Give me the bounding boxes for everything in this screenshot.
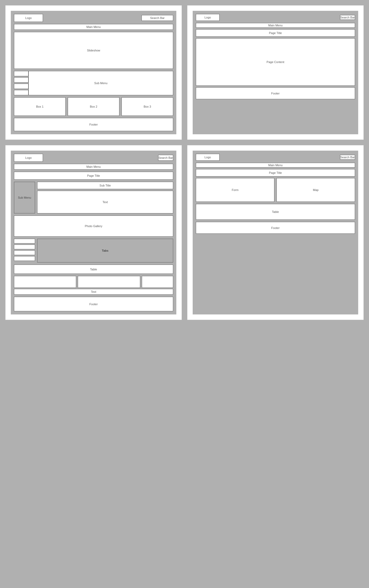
box1: Box 1 <box>14 97 66 116</box>
logo: Logo <box>196 14 220 21</box>
footer: Footer <box>14 118 173 131</box>
submenu-item-3[interactable] <box>14 84 28 89</box>
form[interactable]: Form <box>196 178 274 202</box>
photo-gallery: Photo Gallery <box>14 216 173 237</box>
main-menu[interactable]: Main Menu <box>14 24 173 30</box>
image-box-1 <box>14 276 76 288</box>
page-title: Page Title <box>196 29 355 37</box>
tabs-content: Tabs <box>37 239 173 262</box>
sub-menu: Sub Menu <box>28 71 173 95</box>
page-title: Page Title <box>14 172 173 180</box>
image-box-2 <box>78 276 140 288</box>
page-title: Page Title <box>196 169 355 176</box>
main-menu[interactable]: Main Menu <box>196 163 355 168</box>
image-box-3 <box>142 276 173 288</box>
search-bar[interactable]: Search Bar <box>158 155 173 161</box>
search-bar[interactable]: Search Bar <box>340 155 355 160</box>
submenu-item-4[interactable] <box>14 90 28 95</box>
search-bar[interactable]: Search Bar <box>142 15 173 21</box>
table: Table <box>196 204 355 220</box>
box3: Box 3 <box>122 97 173 116</box>
logo: Logo <box>14 14 43 22</box>
tab-item-1[interactable] <box>14 239 35 243</box>
main-menu[interactable]: Main Menu <box>196 23 355 28</box>
box2: Box 2 <box>68 97 119 116</box>
slideshow: Slideshow <box>14 32 173 69</box>
search-bar[interactable]: Search Bar <box>340 15 355 20</box>
submenu-item-2[interactable] <box>14 77 28 83</box>
submenu-item-1[interactable] <box>14 71 28 76</box>
tab-item-2[interactable] <box>14 245 35 249</box>
page-content: Page Content <box>196 38 355 86</box>
logo: Logo <box>14 154 43 162</box>
text-below-images: Text <box>14 289 173 295</box>
footer: Footer <box>196 222 355 234</box>
tab-item-4[interactable] <box>14 256 35 261</box>
sub-title: Sub Title <box>37 182 173 189</box>
table: Table <box>14 265 173 274</box>
text-area: Text <box>37 191 173 213</box>
footer: Footer <box>196 87 355 99</box>
main-menu[interactable]: Main Menu <box>14 164 173 170</box>
logo: Logo <box>196 154 220 161</box>
map: Map <box>276 178 355 202</box>
tab-item-3[interactable] <box>14 250 35 255</box>
sub-menu[interactable]: Sub Menu <box>14 182 35 213</box>
footer: Footer <box>14 297 173 311</box>
